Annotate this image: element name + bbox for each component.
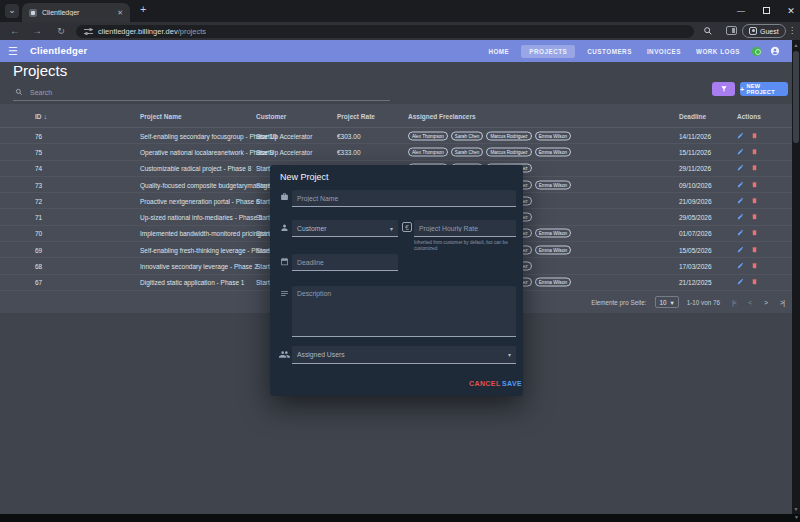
plus-icon: + <box>740 86 744 93</box>
delete-icon[interactable] <box>751 213 758 220</box>
row-actions <box>737 229 765 237</box>
nav-items: HOMEPROJECTSCUSTOMERSINVOICESWORK LOGS <box>485 40 780 62</box>
per-page-label: Elemente pro Seite: <box>591 299 646 306</box>
row-deadline: 21/09/2026 <box>679 197 712 204</box>
nav-item-projects[interactable]: PROJECTS <box>521 45 575 58</box>
new-project-button[interactable]: + NEW PROJECT <box>740 82 788 96</box>
delete-icon[interactable] <box>751 278 758 285</box>
description-textarea[interactable] <box>292 286 516 337</box>
green-status-icon[interactable] <box>752 47 761 56</box>
column-header-customer[interactable]: Customer <box>256 112 286 119</box>
nav-item-invoices[interactable]: INVOICES <box>644 45 684 58</box>
column-header-rate[interactable]: Project Rate <box>337 112 375 119</box>
scrollbar-thumb[interactable] <box>793 51 799 143</box>
edit-icon[interactable] <box>737 278 744 285</box>
app-brand[interactable]: Clientledger <box>30 45 87 56</box>
delete-icon[interactable] <box>751 262 758 269</box>
maximize-button[interactable] <box>753 0 779 22</box>
prev-page-button[interactable]: < <box>748 299 752 306</box>
edit-icon[interactable] <box>737 229 744 236</box>
table-header: ID↓ Project Name Customer Project Rate A… <box>0 104 792 128</box>
nav-item-work-logs[interactable]: WORK LOGS <box>693 45 743 58</box>
zoom-icon[interactable] <box>703 26 713 36</box>
edit-icon[interactable] <box>737 246 744 253</box>
assigned-users-select[interactable]: Assigned Users ▾ <box>292 346 516 364</box>
row-deadline: 14/11/2026 <box>679 132 711 139</box>
last-page-button[interactable]: >| <box>780 299 784 306</box>
edit-icon[interactable] <box>737 164 744 171</box>
column-header-id[interactable]: ID↓ <box>35 112 47 119</box>
table-row[interactable]: 76Self-enabling secondary focusgroup - P… <box>0 128 792 144</box>
scroll-down-corner-icon: ▼ <box>794 514 799 520</box>
customer-select[interactable]: Customer ▾ <box>292 220 398 237</box>
new-project-label: NEW PROJECT <box>746 83 788 95</box>
window-close-button[interactable]: ✕ <box>778 0 800 22</box>
column-header-deadline[interactable]: Deadline <box>679 112 706 119</box>
profile-button[interactable]: Guest <box>742 24 786 38</box>
account-circle-icon[interactable] <box>770 46 780 56</box>
delete-icon[interactable] <box>751 164 758 171</box>
side-panel-icon[interactable] <box>726 26 737 35</box>
search-input[interactable] <box>28 88 388 97</box>
delete-icon[interactable] <box>751 229 758 236</box>
new-tab-button[interactable]: + <box>140 3 146 15</box>
edit-icon[interactable] <box>737 213 744 220</box>
row-actions <box>737 262 765 270</box>
row-actions <box>737 278 765 286</box>
edit-icon[interactable] <box>737 148 744 155</box>
browser-tab[interactable]: Clientledger ✕ <box>22 3 130 22</box>
edit-icon[interactable] <box>737 181 744 188</box>
reload-button[interactable]: ↻ <box>52 22 70 40</box>
edit-icon[interactable] <box>737 132 744 139</box>
delete-icon[interactable] <box>751 197 758 204</box>
nav-item-home[interactable]: HOME <box>485 45 512 58</box>
cancel-button[interactable]: CANCEL <box>469 380 501 387</box>
filter-button[interactable] <box>712 82 735 96</box>
tab-close-icon[interactable]: ✕ <box>117 9 123 17</box>
save-button[interactable]: SAVE <box>502 380 522 387</box>
row-customer: StartUp Accelerator <box>256 148 312 155</box>
chevron-down-icon: ▾ <box>390 225 393 232</box>
first-page-button[interactable]: |< <box>732 299 736 306</box>
search-field[interactable] <box>13 84 390 101</box>
site-settings-icon[interactable] <box>84 28 93 35</box>
scroll-up-icon[interactable]: ▲ <box>792 41 800 49</box>
hourly-rate-input[interactable] <box>414 220 516 237</box>
address-bar[interactable]: clientledger.billinger.dev/projects <box>76 25 694 38</box>
person-icon <box>280 223 289 232</box>
forward-button[interactable]: → <box>28 22 46 40</box>
browser-menu-button[interactable]: ⋮ <box>788 22 796 40</box>
per-page-select[interactable]: 10 ▾ <box>655 296 679 308</box>
row-deadline: 29/11/2026 <box>679 165 711 172</box>
row-id: 68 <box>35 263 42 270</box>
delete-icon[interactable] <box>751 246 758 253</box>
range-label: 1-10 von 76 <box>687 299 720 306</box>
hamburger-menu-icon[interactable]: ☰ <box>8 44 18 58</box>
delete-icon[interactable] <box>751 148 758 155</box>
nav-item-customers[interactable]: CUSTOMERS <box>584 45 635 58</box>
row-deadline: 29/05/2026 <box>679 214 712 221</box>
row-id: 76 <box>35 132 42 139</box>
delete-icon[interactable] <box>751 181 758 188</box>
freelancer-chip: Emma Wilson <box>535 229 571 238</box>
next-page-button[interactable]: > <box>764 299 768 306</box>
project-name-input[interactable] <box>292 190 516 207</box>
new-project-modal: New Project Customer ▾ € Inherited from … <box>270 165 523 396</box>
delete-icon[interactable] <box>751 132 758 139</box>
screen: ⌄ Clientledger ✕ + — ✕ ← → ↻ clientledge… <box>0 0 800 522</box>
tab-search-button[interactable]: ⌄ <box>5 4 19 18</box>
edit-icon[interactable] <box>737 197 744 204</box>
page-scrollbar[interactable]: ▲ ▼ <box>792 40 800 514</box>
euro-icon: € <box>402 222 412 232</box>
modal-title: New Project <box>280 172 329 182</box>
scroll-down-icon[interactable]: ▼ <box>792 505 800 513</box>
back-button[interactable]: ← <box>6 22 24 40</box>
column-header-actions: Actions <box>737 112 761 119</box>
row-actions <box>737 213 765 221</box>
column-header-name[interactable]: Project Name <box>140 112 182 119</box>
freelancer-chip: Alex Thompson <box>408 131 448 140</box>
deadline-input[interactable] <box>292 254 398 271</box>
edit-icon[interactable] <box>737 262 744 269</box>
table-row[interactable]: 75Operative national localareanetwork - … <box>0 144 792 160</box>
minimize-button[interactable]: — <box>728 0 754 22</box>
